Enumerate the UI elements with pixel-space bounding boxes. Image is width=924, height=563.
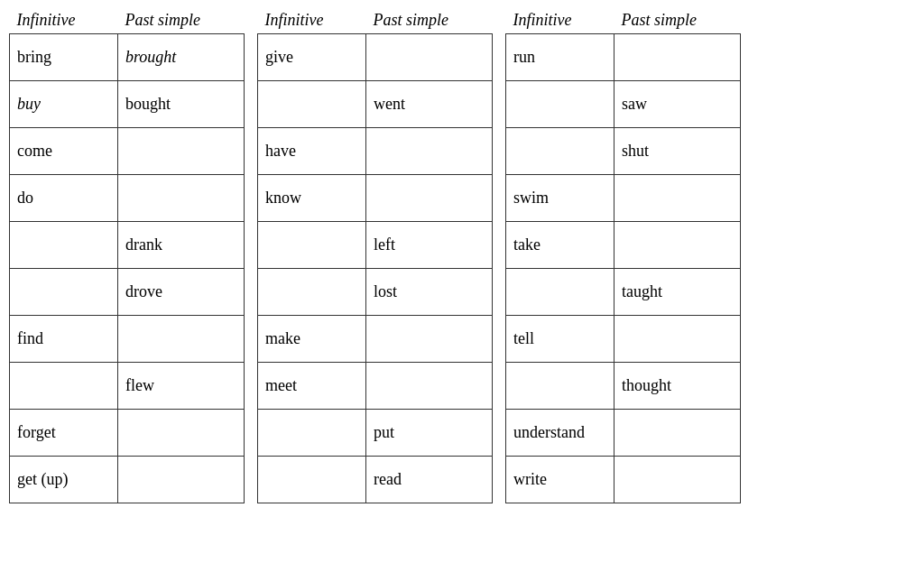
infinitive-cell [10,222,118,269]
table-row: buybought [10,81,245,128]
infinitive-cell [258,81,366,128]
past-simple-cell: lost [366,269,493,316]
past-simple-cell [366,128,493,175]
past-simple-cell [614,316,741,363]
table-separator [493,9,505,503]
past-simple-cell: left [366,222,493,269]
table-row: understand [506,410,741,457]
table-row: take [506,222,741,269]
column-header-infinitive: Infinitive [10,9,118,34]
past-simple-cell: drove [118,269,245,316]
table-row: saw [506,81,741,128]
verb-table-1: InfinitivePast simplebringbroughtbuyboug… [9,9,245,503]
infinitive-cell: bring [10,34,118,81]
past-simple-cell: put [366,410,493,457]
infinitive-cell [258,457,366,503]
table-row: drank [10,222,245,269]
table-row: come [10,128,245,175]
table-row: taught [506,269,741,316]
infinitive-cell: take [506,222,614,269]
table-row: drove [10,269,245,316]
past-simple-cell [366,316,493,363]
column-header-infinitive: Infinitive [258,9,366,34]
infinitive-cell: forget [10,410,118,457]
past-simple-cell [614,410,741,457]
infinitive-cell [506,128,614,175]
infinitive-cell: make [258,316,366,363]
table-row: read [258,457,493,503]
column-header-past-simple: Past simple [614,9,741,34]
infinitive-cell: meet [258,363,366,410]
infinitive-cell [258,410,366,457]
column-header-past-simple: Past simple [118,9,245,34]
infinitive-cell [258,269,366,316]
infinitive-cell: write [506,457,614,503]
past-simple-cell [366,175,493,222]
table-row: know [258,175,493,222]
table-row: get (up) [10,457,245,503]
past-simple-cell: drank [118,222,245,269]
past-simple-cell [118,457,245,503]
past-simple-cell: thought [614,363,741,410]
table-row: tell [506,316,741,363]
table-row: make [258,316,493,363]
past-simple-cell: flew [118,363,245,410]
infinitive-cell: know [258,175,366,222]
infinitive-cell: come [10,128,118,175]
infinitive-cell [10,363,118,410]
table-row: find [10,316,245,363]
table-row: write [506,457,741,503]
infinitive-cell [258,222,366,269]
past-simple-cell: taught [614,269,741,316]
table-row: put [258,410,493,457]
past-simple-cell: bought [118,81,245,128]
past-simple-cell [366,34,493,81]
past-simple-cell [118,175,245,222]
infinitive-cell: tell [506,316,614,363]
infinitive-cell: have [258,128,366,175]
column-header-past-simple: Past simple [366,9,493,34]
table-row: swim [506,175,741,222]
past-simple-cell: brought [118,34,245,81]
table-row: lost [258,269,493,316]
table-row: went [258,81,493,128]
past-simple-cell [366,363,493,410]
verb-table-2: InfinitivePast simplegivewenthaveknowlef… [257,9,493,503]
infinitive-cell: understand [506,410,614,457]
infinitive-cell: find [10,316,118,363]
table-row: forget [10,410,245,457]
tables-wrapper: InfinitivePast simplebringbroughtbuyboug… [9,9,915,503]
infinitive-cell: give [258,34,366,81]
table-row: run [506,34,741,81]
past-simple-cell: read [366,457,493,503]
infinitive-cell: do [10,175,118,222]
infinitive-cell [506,269,614,316]
infinitive-cell [10,269,118,316]
column-header-infinitive: Infinitive [506,9,614,34]
table-row: meet [258,363,493,410]
table-separator [245,9,257,503]
infinitive-cell: run [506,34,614,81]
table-row: shut [506,128,741,175]
table-section-1: InfinitivePast simplebringbroughtbuyboug… [9,9,245,503]
table-row: give [258,34,493,81]
past-simple-cell [614,175,741,222]
table-row: left [258,222,493,269]
infinitive-cell [506,363,614,410]
past-simple-cell [118,128,245,175]
table-row: do [10,175,245,222]
infinitive-cell [506,81,614,128]
past-simple-cell: saw [614,81,741,128]
infinitive-cell: get (up) [10,457,118,503]
table-row: thought [506,363,741,410]
infinitive-cell: swim [506,175,614,222]
infinitive-cell: buy [10,81,118,128]
past-simple-cell [614,222,741,269]
past-simple-cell: shut [614,128,741,175]
table-row: flew [10,363,245,410]
table-section-2: InfinitivePast simplegivewenthaveknowlef… [257,9,493,503]
table-section-3: InfinitivePast simplerunsawshutswimtaket… [505,9,741,503]
verb-table-3: InfinitivePast simplerunsawshutswimtaket… [505,9,741,503]
past-simple-cell: went [366,81,493,128]
table-row: have [258,128,493,175]
